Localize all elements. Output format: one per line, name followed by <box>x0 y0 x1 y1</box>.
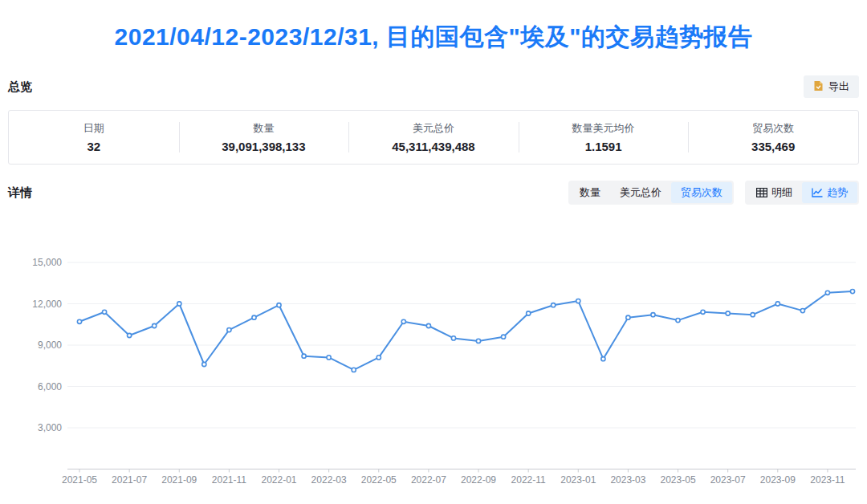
export-document-icon <box>813 80 824 94</box>
data-point[interactable]: 2021-08: 10,400 <box>153 323 157 327</box>
data-point[interactable]: 2021-09: 12,000 <box>177 302 181 306</box>
data-point[interactable]: 2021-12: 11,000 <box>252 315 256 319</box>
data-point[interactable]: 2022-05: 8,100 <box>377 356 381 360</box>
data-point[interactable]: 2023-08: 11,200 <box>751 313 755 317</box>
detail-header: 详情 数量 美元总价 贸易次数 <box>8 181 859 205</box>
tab-detail-label: 明细 <box>771 185 792 200</box>
x-tick-label: 2023-03 <box>610 474 645 486</box>
data-point[interactable]: 2023-01: 12,200 <box>576 299 580 303</box>
data-point[interactable]: 2022-04: 7,200 <box>352 368 356 372</box>
trend-line-chart[interactable]: 3,0006,0009,00012,00015,0002021-052021-0… <box>0 240 867 504</box>
y-tick-label: 12,000 <box>32 299 62 310</box>
y-tick-label: 15,000 <box>32 257 62 268</box>
data-point[interactable]: 2023-12: 12,900 <box>850 290 854 294</box>
data-point[interactable]: 2022-10: 9,600 <box>502 335 506 339</box>
detail-tab-area: 数量 美元总价 贸易次数 明细 <box>568 181 859 205</box>
x-tick-label: 2021-07 <box>112 474 147 486</box>
tab-trend-label: 趋势 <box>827 185 848 200</box>
data-point[interactable]: 2022-01: 11,900 <box>277 303 281 307</box>
data-point[interactable]: 2023-09: 12,000 <box>775 302 779 306</box>
overview-stats-card: 日期 32 数量 39,091,398,133 美元总价 45,311,439,… <box>8 110 859 165</box>
x-tick-label: 2021-05 <box>62 474 97 486</box>
stat-value: 39,091,398,133 <box>222 140 305 153</box>
stat-value: 1.1591 <box>585 140 622 153</box>
x-tick-label: 2021-09 <box>161 474 197 486</box>
x-tick-label: 2023-01 <box>560 474 596 486</box>
stat-trade-count: 贸易次数 335,469 <box>688 111 858 164</box>
line-chart-icon <box>812 188 823 197</box>
view-tab-group: 明细 趋势 <box>745 181 859 205</box>
data-point[interactable]: 2022-09: 9,300 <box>476 339 480 343</box>
stat-value: 335,469 <box>751 140 795 153</box>
data-point[interactable]: 2023-02: 8,000 <box>601 357 605 361</box>
overview-heading: 总览 <box>8 79 32 95</box>
y-tick-label: 9,000 <box>38 339 62 351</box>
data-point[interactable]: 2023-05: 10,800 <box>676 319 680 323</box>
data-point[interactable]: 2023-11: 12,800 <box>825 291 829 295</box>
stat-usd-total: 美元总价 45,311,439,488 <box>348 111 519 164</box>
x-tick-label: 2022-09 <box>461 474 496 486</box>
stat-value: 45,311,439,488 <box>392 140 474 153</box>
overview-header: 总览 导出 <box>8 75 859 98</box>
page-title: 2021/04/12-2023/12/31, 目的国包含"埃及"的交易趋势报告 <box>0 21 867 54</box>
x-tick-label: 2021-11 <box>212 474 246 486</box>
x-tick-label: 2023-09 <box>760 474 796 486</box>
stat-date: 日期 32 <box>9 111 179 164</box>
x-tick-label: 2022-01 <box>261 474 296 486</box>
data-point[interactable]: 2022-03: 8,100 <box>327 356 331 360</box>
stat-label: 贸易次数 <box>752 121 794 136</box>
metric-tab-group: 数量 美元总价 贸易次数 <box>568 181 734 205</box>
data-point[interactable]: 2021-07: 9,700 <box>128 333 132 337</box>
data-point[interactable]: 2022-06: 10,700 <box>401 319 405 323</box>
export-button[interactable]: 导出 <box>804 75 859 98</box>
x-tick-label: 2023-11 <box>810 474 845 486</box>
data-point[interactable]: 2023-03: 11,000 <box>626 315 630 319</box>
x-tick-label: 2022-05 <box>361 474 397 486</box>
data-point[interactable]: 2023-04: 11,200 <box>651 313 655 317</box>
trend-report-page: 2021/04/12-2023/12/31, 目的国包含"埃及"的交易趋势报告 … <box>0 21 867 504</box>
stat-label: 数量美元均价 <box>572 121 635 136</box>
stat-quantity: 数量 39,091,398,133 <box>179 111 349 164</box>
data-point[interactable]: 2022-07: 10,400 <box>426 323 430 327</box>
data-point[interactable]: 2022-12: 11,900 <box>552 303 556 307</box>
data-point[interactable]: 2021-06: 11,400 <box>103 310 107 314</box>
stat-label: 美元总价 <box>413 121 454 136</box>
y-tick-label: 3,000 <box>38 422 62 433</box>
y-tick-label: 6,000 <box>38 381 62 392</box>
x-tick-label: 2022-07 <box>411 474 446 486</box>
x-tick-label: 2023-07 <box>710 474 746 486</box>
data-point[interactable]: 2022-02: 8,200 <box>302 354 306 358</box>
stat-value: 32 <box>87 140 100 153</box>
data-point[interactable]: 2021-10: 7,600 <box>202 362 206 366</box>
tab-quantity[interactable]: 数量 <box>570 182 610 203</box>
data-point[interactable]: 2022-11: 11,300 <box>527 311 531 315</box>
data-point[interactable]: 2021-11: 10,100 <box>227 328 231 332</box>
x-tick-label: 2022-03 <box>311 474 347 486</box>
tab-detail-view[interactable]: 明细 <box>747 182 802 203</box>
stat-avg-price: 数量美元均价 1.1591 <box>519 111 689 164</box>
tab-trade-count[interactable]: 贸易次数 <box>671 182 732 203</box>
stat-label: 数量 <box>253 121 274 136</box>
detail-heading: 详情 <box>8 185 32 201</box>
data-point[interactable]: 2022-08: 9,500 <box>451 336 455 340</box>
data-point[interactable]: 2023-06: 11,400 <box>701 310 705 314</box>
tab-trend-view[interactable]: 趋势 <box>802 182 857 203</box>
table-grid-icon <box>756 188 767 197</box>
tab-usd-total[interactable]: 美元总价 <box>610 182 671 203</box>
data-point[interactable]: 2023-07: 11,300 <box>726 311 730 315</box>
data-point[interactable]: 2023-10: 11,500 <box>800 309 804 313</box>
stat-label: 日期 <box>83 121 104 136</box>
x-tick-label: 2022-11 <box>511 474 546 486</box>
data-point[interactable]: 2021-05: 10,700 <box>77 319 81 323</box>
export-button-label: 导出 <box>828 79 849 94</box>
x-tick-label: 2023-05 <box>661 474 696 486</box>
trend-line <box>79 291 853 370</box>
